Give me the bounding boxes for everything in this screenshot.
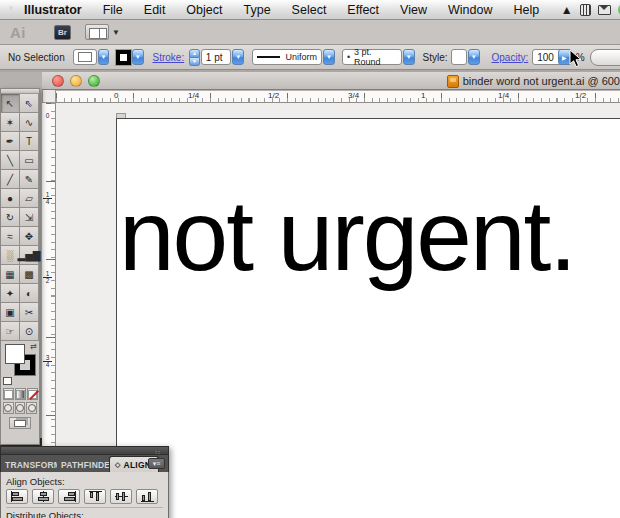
tab-align-label: ALIGN — [124, 460, 151, 470]
zoom-window-button[interactable] — [88, 75, 100, 87]
stepper-down-icon[interactable]: ▼ — [189, 58, 200, 66]
width-tool[interactable]: ≈ — [1, 227, 20, 246]
rectangle-tool[interactable]: ▭ — [20, 151, 39, 170]
stroke-weight-dropdown-arrow[interactable]: ▼ — [232, 49, 244, 65]
align-horizontal-center-button[interactable] — [32, 489, 54, 504]
style-dropdown[interactable] — [451, 49, 467, 65]
screen-mode-button[interactable] — [9, 417, 31, 429]
h-ruler-label: 1/4 — [188, 91, 199, 100]
menu-item-edit[interactable]: Edit — [144, 3, 166, 17]
slice-tool[interactable]: ✂ — [20, 303, 39, 322]
menu-item-type[interactable]: Type — [244, 3, 271, 17]
swap-fill-stroke-icon[interactable]: ⇄ — [30, 342, 37, 351]
fill-dropdown-arrow[interactable]: ▼ — [98, 49, 110, 65]
chevron-down-icon[interactable]: ▼ — [112, 28, 120, 37]
fill-color-swatch[interactable] — [73, 49, 97, 65]
arrange-documents-button[interactable] — [85, 24, 109, 40]
menu-item-select[interactable]: Select — [292, 3, 327, 17]
align-right-button[interactable] — [58, 489, 80, 504]
close-button[interactable] — [52, 75, 64, 87]
align-left-icon — [10, 491, 25, 502]
draw-normal-button[interactable] — [3, 402, 14, 414]
brush-dropdown-arrow[interactable]: ▼ — [403, 49, 415, 65]
pen-tool[interactable]: ✒ — [1, 132, 20, 151]
opacity-link[interactable]: Opacity: — [492, 52, 529, 63]
opacity-field[interactable]: 100 ▶ — [532, 49, 572, 65]
align-left-button[interactable] — [6, 489, 28, 504]
stroke-link[interactable]: Stroke: — [153, 52, 185, 63]
opacity-value: 100 — [537, 52, 554, 63]
stroke-color-swatch[interactable] — [116, 50, 130, 65]
gradient-button[interactable] — [15, 388, 26, 400]
direct-selection-tool[interactable]: ⇖ — [20, 94, 39, 113]
selection-status: No Selection — [8, 52, 65, 63]
application-bar: Ai Br ▼ — [0, 20, 620, 44]
stroke-dropdown-arrow[interactable]: ▼ — [132, 49, 144, 65]
hand-tool[interactable]: ☞ — [1, 322, 20, 341]
tab-pathfinder[interactable]: PATHFINDER — [57, 457, 109, 472]
pencil-tool[interactable]: ✎ — [20, 170, 39, 189]
menu-item-window[interactable]: Window — [448, 3, 492, 17]
graph-tool[interactable]: ▂▅▇ — [20, 246, 39, 265]
paintbrush-tool[interactable]: ╱ — [1, 170, 20, 189]
brush-preview-icon: • — [347, 52, 350, 62]
align-vertical-center-button[interactable] — [110, 489, 132, 504]
width-profile-dropdown[interactable]: Uniform — [252, 49, 322, 65]
horizontal-ruler[interactable]: 01/41/23/411/41/2 — [56, 90, 620, 103]
artwork-text[interactable]: not urgent. — [119, 185, 575, 285]
film-icon[interactable] — [580, 4, 591, 16]
artboard-tool[interactable]: ▣ — [1, 303, 20, 322]
eraser-tool[interactable]: ▱ — [20, 189, 39, 208]
panel-grip[interactable]: ∷ — [0, 446, 169, 455]
magic-wand-tool[interactable]: ✶ — [1, 113, 20, 132]
lasso-tool[interactable]: ∿ — [20, 113, 39, 132]
stroke-weight-stepper[interactable]: ▲▼ — [189, 49, 200, 66]
blend-tool[interactable]: ◐ — [20, 284, 39, 303]
align-top-button[interactable] — [84, 489, 106, 504]
bridge-button[interactable]: Br — [54, 25, 71, 40]
width-profile-arrow[interactable]: ▼ — [323, 49, 335, 65]
blob-brush-tool[interactable]: ● — [1, 189, 20, 208]
draw-inside-button[interactable] — [26, 402, 37, 414]
brush-dropdown[interactable]: • 3 pt. Round — [342, 49, 402, 65]
drive-icon[interactable]: ▲ — [560, 3, 573, 16]
rotate-tool[interactable]: ↻ — [1, 208, 20, 227]
tab-transform[interactable]: TRANSFORM — [1, 457, 57, 472]
document-setup-button[interactable] — [590, 49, 620, 66]
free-transform-tool[interactable]: ✥ — [20, 227, 39, 246]
artboard[interactable] — [116, 118, 620, 518]
color-icon — [4, 390, 13, 399]
default-fill-stroke-icon[interactable] — [3, 377, 12, 385]
panel-icon: ◇ — [115, 461, 121, 469]
gradient-tool[interactable]: ▩ — [20, 265, 39, 284]
draw-behind-icon — [16, 404, 24, 412]
menu-item-effect[interactable]: Effect — [347, 3, 379, 17]
eyedropper-tool[interactable]: ✦ — [1, 284, 20, 303]
style-dropdown-arrow[interactable]: ▼ — [468, 49, 480, 65]
selection-tool[interactable]: ↖ — [1, 94, 20, 113]
color-button[interactable] — [3, 388, 14, 400]
align-horizontal-center-icon — [36, 491, 51, 502]
menu-item-object[interactable]: Object — [186, 3, 222, 17]
line-tool[interactable]: ╲ — [1, 151, 20, 170]
fill-proxy[interactable] — [5, 344, 25, 364]
ruler-corner[interactable] — [42, 90, 56, 103]
zoom-tool[interactable]: ⊙ — [20, 322, 39, 341]
mail-icon[interactable] — [598, 5, 611, 15]
stepper-up-icon[interactable]: ▲ — [189, 49, 200, 58]
h-ruler-label: 1/2 — [575, 91, 586, 100]
minimize-button[interactable] — [70, 75, 82, 87]
panel-menu-button[interactable]: ▾≡ — [148, 458, 165, 469]
align-bottom-button[interactable] — [136, 489, 158, 504]
type-tool[interactable]: T — [20, 132, 39, 151]
document-titlebar[interactable]: binder word not urgent.ai @ 600 — [42, 72, 620, 90]
menu-item-view[interactable]: View — [400, 3, 427, 17]
mesh-tool[interactable]: ▦ — [1, 265, 20, 284]
menu-item-file[interactable]: File — [103, 3, 123, 17]
menu-item-help[interactable]: Help — [513, 3, 539, 17]
menu-item-illustrator[interactable]: Illustrator — [24, 3, 82, 17]
scale-tool[interactable]: ⇲ — [20, 208, 39, 227]
draw-behind-button[interactable] — [15, 402, 26, 414]
none-button[interactable] — [27, 388, 38, 400]
stroke-weight-field[interactable]: 1 pt — [201, 49, 231, 65]
